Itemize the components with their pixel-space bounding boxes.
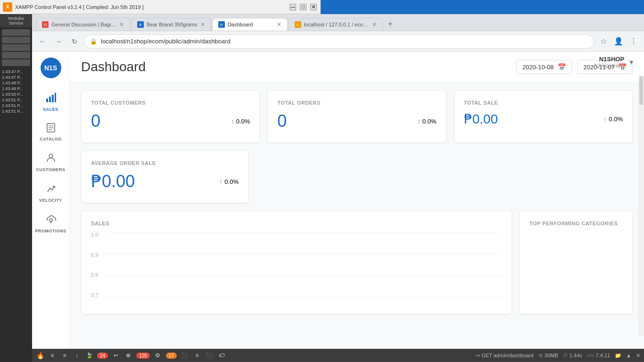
address-box[interactable]: 🔒 localhost/n1shop/ecom/public/admin/das… [84, 34, 594, 49]
debug-file-icon: 📁 [615, 353, 621, 359]
debug-icon-7[interactable]: ⊗ [124, 351, 132, 360]
lock-icon: 🔒 [90, 38, 97, 45]
chart-lines [105, 232, 502, 298]
total-orders-change: ↑ 0.0% [417, 117, 437, 125]
toggle3 [2, 44, 30, 51]
tab-favicon-3: N [218, 21, 225, 28]
charts-row: SALES 1.0 0.9 0.8 0.7 [81, 211, 633, 314]
debug-icon-9[interactable]: ⬛ [181, 351, 189, 360]
left-panel: Modules Service 1:43:47 P... 1:43:47 P..… [0, 14, 32, 362]
tab-general-discussion[interactable]: G General Discussion | Bagisto For... ✕ [36, 18, 130, 31]
debug-icon-10[interactable]: ≡ [193, 351, 201, 360]
debug-icon-6[interactable]: ↩ [112, 351, 120, 360]
chart-line-3 [105, 275, 502, 276]
avg-order-change: ↑ 0.0% [219, 178, 239, 185]
modules-label: Modules [3, 16, 29, 21]
chart-line-4 [105, 297, 502, 298]
sidebar-item-catalog[interactable]: CATALOG [32, 118, 69, 146]
debug-icon-5[interactable]: 🍃 [85, 351, 93, 360]
xampp-logo: X [3, 2, 12, 12]
new-tab-button[interactable]: + [384, 17, 397, 31]
chart-line-2 [105, 254, 502, 254]
xampp-minimize[interactable]: — [289, 4, 296, 10]
bookmark-button[interactable]: ☆ [597, 35, 610, 48]
profile-button[interactable]: 👤 [612, 35, 625, 48]
debug-badge-2: 126 [136, 353, 150, 359]
debug-icon-11[interactable]: ⬛ [205, 351, 214, 360]
debug-php-version: </> 7.4.11 [587, 353, 611, 358]
sidebar: N1S SALES [32, 52, 70, 349]
tab-localhost[interactable]: L localhost / 127.0.0.1 / ecom / ch... ✕ [289, 18, 383, 31]
sales-label: SALES [43, 107, 58, 112]
debug-icon-3[interactable]: ≡ [60, 351, 69, 360]
xampp-maximize[interactable]: □ [300, 4, 306, 10]
date-from-value: 2020-10-08 [522, 64, 554, 71]
xampp-controls[interactable]: — □ ✕ [289, 4, 317, 10]
sidebar-item-promotions[interactable]: PROMOTIONS [32, 209, 69, 238]
tab-favicon-2: B [137, 21, 144, 28]
debug-icon-8[interactable]: ⚙ [154, 351, 162, 360]
menu-button[interactable]: ⋮ [627, 35, 640, 48]
debug-badge-1: 24 [97, 353, 108, 359]
log-entry: 1:43:51 P... [1, 103, 31, 108]
xampp-bar: X XAMPP Control Panel v3.2.4 [ Compiled:… [0, 0, 321, 14]
browser-right-icons: ☆ 👤 ⋮ [597, 35, 640, 48]
app-logo[interactable]: N1S [41, 58, 61, 78]
svg-rect-2 [52, 95, 54, 102]
catalog-icon [46, 123, 56, 135]
address-text: localhost/n1shop/ecom/public/admin/dashb… [101, 38, 588, 45]
debug-icon-2[interactable]: ≡ [48, 351, 57, 360]
debug-route: ↪ GET admin/dashboard [476, 353, 534, 359]
user-dropdown-arrow[interactable]: ▼ [628, 58, 635, 66]
date-from-input[interactable]: 2020-10-08 📅 [516, 60, 572, 74]
tab-close-3[interactable]: ✕ [277, 21, 281, 28]
sidebar-item-customers[interactable]: CUSTOMERS [32, 148, 69, 177]
debug-up-icon[interactable]: ▲ [626, 353, 631, 358]
forward-button[interactable]: → [52, 35, 65, 48]
avg-order-pct: 0.0% [224, 178, 239, 185]
velocity-label: VELOCITY [39, 198, 62, 203]
total-customers-row: 0 ↑ 0.0% [91, 111, 250, 131]
total-sale-value: ₱0.00 [464, 111, 498, 127]
y-label-3: 0.8 [91, 272, 98, 278]
svg-rect-1 [49, 97, 51, 102]
tab-close-2[interactable]: ✕ [200, 21, 205, 28]
logo-area[interactable]: N1S [41, 58, 61, 78]
dashboard-body: TOTAL CUSTOMERS 0 ↑ 0.0% TOTAL ORDERS [70, 90, 644, 326]
total-customers-card: TOTAL CUSTOMERS 0 ↑ 0.0% [81, 90, 260, 143]
top-categories: TOP PERFORMING CATEGORIES [520, 211, 633, 314]
reload-button[interactable]: ↻ [68, 35, 81, 48]
calendar-from-icon[interactable]: 📅 [558, 63, 566, 71]
tab-dashboard[interactable]: N Dashboard ✕ [212, 18, 288, 31]
top-categories-title: TOP PERFORMING CATEGORIES [529, 221, 623, 226]
total-orders-label: TOTAL ORDERS [277, 100, 436, 106]
up-arrow-3: ↑ [603, 115, 607, 123]
debug-icon-12[interactable]: 🏷 [217, 351, 226, 360]
scrollbar-thumb[interactable] [639, 76, 643, 105]
left-panel-header: Modules Service [0, 14, 32, 27]
total-customers-label: TOTAL CUSTOMERS [91, 100, 250, 106]
tab-bear-brand[interactable]: B Bear Brand 350grams ✕ [131, 18, 211, 31]
logo-text: N1S [44, 64, 57, 72]
debug-icon-1[interactable]: 🔥 [36, 351, 44, 360]
avg-order-label: AVERAGE ORDER SALE [91, 160, 239, 166]
customers-icon [46, 153, 56, 165]
log-entry: 1:43:51 P... [1, 108, 31, 114]
debug-close-icon[interactable]: ✕ [636, 353, 640, 359]
debug-time: ⏱ 1.44s [563, 353, 582, 358]
page-header: Dashboard 2020-10-08 📅 2020-11-07 📅 [70, 52, 644, 82]
xampp-close[interactable]: ✕ [310, 4, 317, 10]
total-sale-change: ↑ 0.0% [603, 115, 623, 123]
back-button[interactable]: ← [36, 35, 49, 48]
user-info: N1SHOP Administrator [594, 56, 624, 68]
main-content: Dashboard 2020-10-08 📅 2020-11-07 📅 [70, 52, 644, 349]
tab-close-1[interactable]: ✕ [119, 21, 124, 28]
scrollbar[interactable] [638, 75, 644, 336]
debug-icon-4[interactable]: ↓ [73, 351, 81, 360]
stats-row: TOTAL CUSTOMERS 0 ↑ 0.0% TOTAL ORDERS [81, 90, 633, 143]
tab-close-4[interactable]: ✕ [372, 21, 377, 28]
sidebar-item-velocity[interactable]: VELOCITY [32, 179, 69, 207]
user-area: N1SHOP Administrator ▼ [594, 52, 635, 72]
get-route: GET admin/dashboard [481, 353, 533, 358]
sidebar-item-sales[interactable]: SALES [32, 88, 69, 116]
